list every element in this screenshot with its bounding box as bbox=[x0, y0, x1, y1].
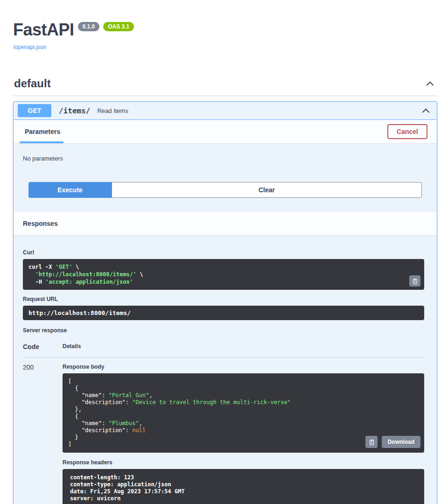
parameters-section-header: Parameters Cancel bbox=[14, 120, 437, 143]
api-info-header: FastAPI 0.1.0 OAS 3.1 /openapi.json bbox=[13, 0, 437, 51]
version-badge: 0.1.0 bbox=[78, 22, 100, 31]
tag-section-default: default GET /items/ Read Items Parameter… bbox=[13, 75, 437, 504]
download-button[interactable]: Download bbox=[382, 436, 420, 448]
oas-badge: OAS 3.1 bbox=[103, 22, 134, 31]
response-body-block: [ { "name": "Portal Gun", "description":… bbox=[63, 373, 424, 453]
copy-to-clipboard-button[interactable] bbox=[409, 275, 420, 287]
http-method-badge: GET bbox=[18, 104, 51, 117]
response-headers-label: Response headers bbox=[63, 459, 424, 466]
operation-path: /items/ bbox=[59, 106, 90, 115]
cancel-button[interactable]: Cancel bbox=[387, 124, 427, 139]
clipboard-icon bbox=[368, 439, 375, 446]
responses-wrapper: Curl curl -X 'GET' \ 'http://localhost:8… bbox=[14, 235, 437, 504]
opblock-get-items: GET /items/ Read Items Parameters Cancel… bbox=[13, 101, 437, 504]
clipboard-icon bbox=[412, 278, 419, 285]
details-column-header: Details bbox=[63, 343, 81, 350]
response-row: 200 Response body [ { "name": "Portal Gu… bbox=[23, 357, 424, 504]
curl-command-block: curl -X 'GET' \ 'http://localhost:8000/i… bbox=[23, 259, 424, 290]
collapse-section-button[interactable] bbox=[426, 79, 434, 88]
server-response-label: Server response bbox=[23, 327, 424, 334]
response-headers-block: content-length: 123content-type: applica… bbox=[63, 469, 424, 504]
responses-section-title: Responses bbox=[23, 220, 58, 227]
operation-summary-bar[interactable]: GET /items/ Read Items bbox=[14, 102, 437, 120]
status-code: 200 bbox=[23, 364, 63, 504]
collapse-operation-button[interactable] bbox=[421, 106, 430, 115]
openapi-spec-link[interactable]: /openapi.json bbox=[13, 44, 46, 50]
response-details-cell: Response body [ { "name": "Portal Gun", … bbox=[63, 364, 424, 504]
swagger-ui-page: FastAPI 0.1.0 OAS 3.1 /openapi.json defa… bbox=[0, 0, 448, 504]
responses-table-head: Code Details bbox=[23, 337, 424, 357]
api-title-row: FastAPI 0.1.0 OAS 3.1 bbox=[13, 21, 437, 39]
operation-summary-text: Read Items bbox=[97, 107, 128, 114]
execute-button[interactable]: Execute bbox=[28, 182, 112, 198]
tab-parameters[interactable]: Parameters bbox=[23, 128, 62, 135]
tag-section-header[interactable]: default bbox=[13, 75, 437, 96]
responses-section-header: Responses bbox=[14, 212, 437, 235]
no-parameters-text: No parameters bbox=[14, 143, 437, 162]
chevron-up-icon bbox=[427, 81, 434, 89]
live-responses-table: Code Details 200 Response body [ { "name… bbox=[23, 337, 424, 504]
request-url-text: http://localhost:8000/items/ bbox=[28, 309, 131, 316]
curl-label: Curl bbox=[23, 249, 424, 256]
request-url-label: Request URL bbox=[23, 296, 424, 302]
code-column-header: Code bbox=[23, 343, 63, 350]
response-headers-text: content-length: 123content-type: applica… bbox=[70, 474, 417, 502]
request-url-block: http://localhost:8000/items/ bbox=[23, 306, 424, 320]
response-body-label: Response body bbox=[63, 364, 424, 370]
copy-to-clipboard-button[interactable] bbox=[365, 436, 378, 448]
execute-button-row: Execute Clear bbox=[14, 162, 437, 198]
clear-button[interactable]: Clear bbox=[112, 182, 422, 198]
curl-command-text: curl -X 'GET' \ 'http://localhost:8000/i… bbox=[28, 263, 419, 286]
tag-title: default bbox=[14, 77, 51, 90]
chevron-up-icon bbox=[422, 108, 430, 116]
api-title: FastAPI bbox=[13, 21, 74, 39]
